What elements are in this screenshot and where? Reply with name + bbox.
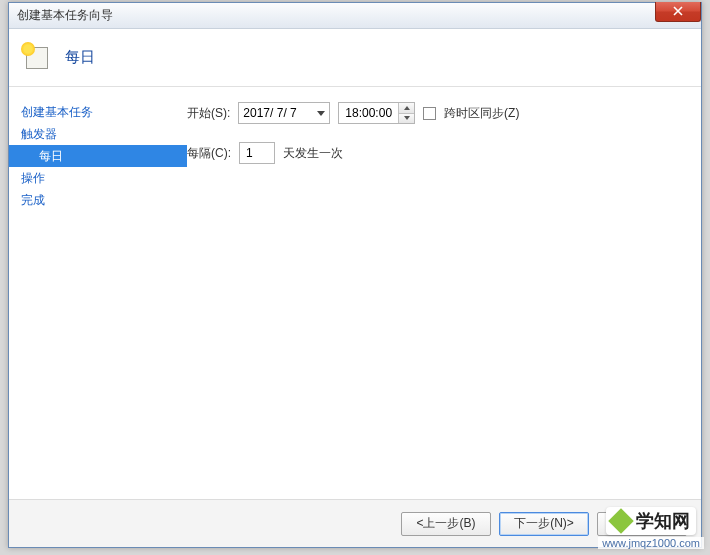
start-date-value: 2017/ 7/ 7 [243,106,313,120]
wizard-header: 每日 [9,29,701,87]
arrow-up-icon [404,106,410,110]
wizard-body: 创建基本任务 触发器 每日 操作 完成 开始(S): 2017/ 7/ 7 18… [9,87,701,499]
interval-row: 每隔(C): 1 天发生一次 [187,141,685,165]
next-button[interactable]: 下一步(N)> [499,512,589,536]
spin-up-button[interactable] [399,103,414,114]
sidebar-item-finish[interactable]: 完成 [9,189,187,211]
wizard-footer: <上一步(B) 下一步(N)> 取消 [9,499,701,547]
sidebar-item-create-task[interactable]: 创建基本任务 [9,101,187,123]
start-time-spinner[interactable]: 18:00:00 [338,102,415,124]
start-time-value: 18:00:00 [339,103,398,123]
window-title: 创建基本任务向导 [17,7,113,24]
close-button[interactable] [655,2,701,22]
start-date-picker[interactable]: 2017/ 7/ 7 [238,102,330,124]
titlebar: 创建基本任务向导 [9,3,701,29]
sync-timezone-checkbox[interactable] [423,107,436,120]
chevron-down-icon [317,111,325,116]
start-label: 开始(S): [187,105,230,122]
back-button[interactable]: <上一步(B) [401,512,491,536]
sidebar-item-daily[interactable]: 每日 [9,145,187,167]
spin-down-button[interactable] [399,114,414,124]
cancel-button[interactable]: 取消 [597,512,687,536]
start-row: 开始(S): 2017/ 7/ 7 18:00:00 跨时区同步(Z) [187,101,685,125]
sidebar-item-trigger[interactable]: 触发器 [9,123,187,145]
time-spinner-buttons [398,103,414,123]
wizard-window: 创建基本任务向导 每日 创建基本任务 触发器 每日 操作 完成 开始(S): 2… [8,2,702,548]
page-title: 每日 [65,48,95,67]
close-icon [673,5,683,19]
form-area: 开始(S): 2017/ 7/ 7 18:00:00 跨时区同步(Z) 每隔(C… [187,87,701,499]
interval-suffix: 天发生一次 [283,145,343,162]
scheduler-icon [23,44,51,72]
interval-label: 每隔(C): [187,145,231,162]
sidebar-item-action[interactable]: 操作 [9,167,187,189]
sync-timezone-label: 跨时区同步(Z) [444,105,519,122]
interval-input[interactable]: 1 [239,142,275,164]
arrow-down-icon [404,116,410,120]
wizard-sidebar: 创建基本任务 触发器 每日 操作 完成 [9,87,187,499]
